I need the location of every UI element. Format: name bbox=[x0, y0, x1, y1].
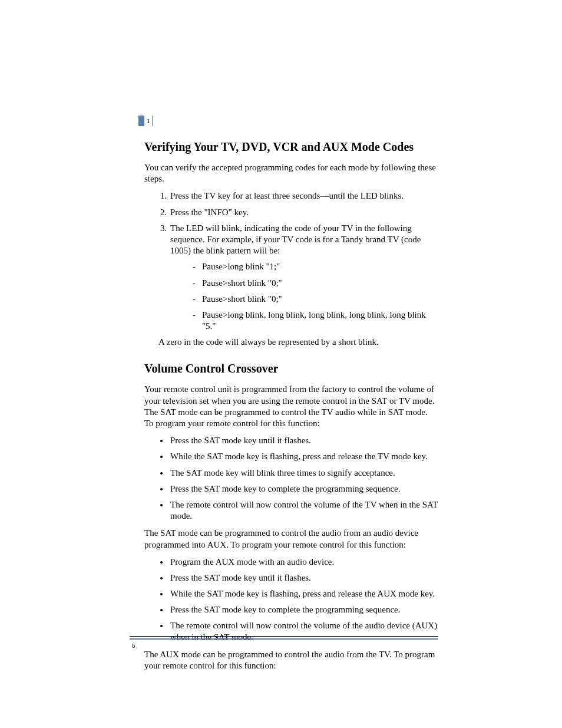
section2-p2: The SAT mode can be programmed to contro… bbox=[144, 528, 438, 550]
list-item: Press the SAT mode key until it flashes. bbox=[169, 435, 438, 446]
list-item: The remote control will now control the … bbox=[169, 620, 438, 643]
list-item: Press the SAT mode key to complete the p… bbox=[169, 483, 438, 495]
blink-item: Pause>short blink "0;" bbox=[193, 294, 438, 305]
footer-rule bbox=[130, 636, 438, 640]
document-page: 1 Verifying Your TV, DVD, VCR and AUX Mo… bbox=[0, 0, 562, 728]
section2-p3: The AUX mode can be programmed to contro… bbox=[144, 649, 438, 671]
step-3: The LED will blink, indicating the code … bbox=[169, 223, 438, 332]
list-item: While the SAT mode key is flashing, pres… bbox=[169, 588, 438, 599]
blink-pattern-list: Pause>long blink "1;" Pause>short blink … bbox=[170, 261, 438, 332]
step-2: Press the "INFO" key. bbox=[169, 207, 438, 218]
chapter-number: 1 bbox=[144, 116, 153, 126]
list-item: While the SAT mode key is flashing, pres… bbox=[169, 451, 438, 462]
list-item: Press the SAT mode key to complete the p… bbox=[169, 604, 438, 615]
section1-intro: You can verify the accepted programming … bbox=[144, 162, 438, 185]
list-item: The SAT mode key will blink three times … bbox=[169, 467, 438, 479]
blink-item: Pause>long blink "1;" bbox=[193, 261, 438, 272]
page-content: Verifying Your TV, DVD, VCR and AUX Mode… bbox=[144, 140, 438, 671]
section-heading-verify: Verifying Your TV, DVD, VCR and AUX Mode… bbox=[144, 140, 438, 154]
list-item: Program the AUX mode with an audio devic… bbox=[169, 556, 438, 568]
page-number: 6 bbox=[132, 642, 135, 649]
section2-list2: Program the AUX mode with an audio devic… bbox=[144, 556, 438, 643]
section2-p1: Your remote control unit is programmed f… bbox=[144, 384, 438, 429]
chapter-marker-bar bbox=[138, 116, 144, 126]
blink-item: Pause>short blink "0;" bbox=[193, 278, 438, 289]
list-item: Press the SAT mode key until it flashes. bbox=[169, 572, 438, 584]
section1-tail: A zero in the code will always be repres… bbox=[158, 337, 438, 348]
section2-list1: Press the SAT mode key until it flashes.… bbox=[144, 435, 438, 522]
step-1: Press the TV key for at least three seco… bbox=[169, 190, 438, 202]
section1-steps: Press the TV key for at least three seco… bbox=[144, 190, 438, 332]
step-3-text: The LED will blink, indicating the code … bbox=[170, 223, 421, 255]
blink-item: Pause>long blink, long blink, long blink… bbox=[193, 309, 438, 332]
list-item: The remote control will now control the … bbox=[169, 499, 438, 522]
section-heading-volume: Volume Control Crossover bbox=[144, 362, 438, 375]
chapter-marker: 1 bbox=[138, 116, 153, 126]
